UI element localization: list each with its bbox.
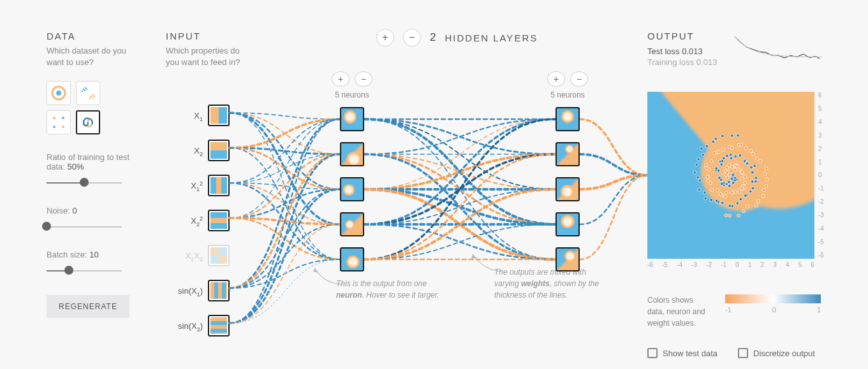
feature-toggle-x2sq[interactable] — [208, 210, 230, 231]
svg-point-77 — [697, 157, 700, 161]
svg-point-2 — [83, 89, 85, 90]
svg-point-25 — [732, 181, 735, 184]
neuron-l1-1[interactable] — [340, 142, 364, 166]
svg-point-42 — [721, 160, 724, 163]
svg-point-123 — [707, 180, 710, 183]
output-heatmap[interactable] — [647, 92, 814, 259]
neuron-l1-0[interactable] — [340, 107, 364, 131]
axis-tick: 2 — [818, 145, 831, 152]
layer2-add-neuron-button[interactable]: + — [547, 71, 565, 87]
svg-point-80 — [705, 145, 709, 148]
svg-point-43 — [722, 157, 725, 160]
dataset-gauss[interactable] — [76, 81, 100, 105]
axis-tick: -1 — [721, 261, 726, 268]
svg-point-125 — [706, 175, 709, 178]
feature-label-x1: X1 — [194, 111, 203, 120]
layer1-add-neuron-button[interactable]: + — [332, 71, 349, 87]
data-section-subtitle: Which dataset do you want to use? — [47, 45, 136, 68]
svg-point-114 — [734, 191, 737, 194]
svg-point-58 — [751, 187, 754, 190]
svg-point-154 — [728, 214, 732, 217]
layer1-remove-neuron-button[interactable]: − — [355, 71, 372, 87]
show-test-data-checkbox[interactable]: Show test data — [647, 348, 717, 358]
feature-toggle-x1[interactable] — [208, 105, 230, 126]
dataset-spiral[interactable] — [76, 110, 100, 134]
neuron-l1-3[interactable] — [340, 212, 364, 236]
noise-slider[interactable] — [47, 222, 122, 232]
neuron-annotation: This is the output from one neuron. Hove… — [336, 278, 445, 301]
layer2-neuron-count: 5 neurons — [550, 90, 584, 99]
svg-point-117 — [724, 195, 727, 198]
svg-point-116 — [725, 191, 728, 194]
svg-point-133 — [722, 148, 725, 151]
batch-label: Batch size: — [47, 250, 87, 259]
neuron-l1-4[interactable] — [340, 247, 364, 271]
axis-tick: 5 — [818, 105, 831, 112]
svg-point-137 — [740, 143, 743, 146]
svg-point-71 — [703, 191, 707, 194]
svg-point-27 — [728, 184, 731, 187]
feature-toggle-sinx2[interactable] — [208, 315, 230, 336]
svg-point-135 — [730, 147, 733, 150]
svg-point-50 — [743, 159, 746, 163]
legend-text: Colors shows data, neuron and weight val… — [647, 294, 711, 329]
neuron-l2-0[interactable] — [555, 107, 580, 131]
neuron-l2-3[interactable] — [555, 212, 580, 236]
dataset-picker — [47, 81, 105, 134]
svg-point-106 — [740, 177, 744, 180]
output-axis-y: 6543210-1-2-3-4-5-6 — [818, 92, 831, 259]
feature-label-sinx1: sin(X1) — [178, 286, 203, 296]
feature-toggle-x1sq[interactable] — [208, 175, 230, 196]
svg-point-72 — [698, 188, 701, 191]
feature-toggle-x2[interactable] — [208, 140, 230, 161]
svg-point-57 — [751, 180, 754, 184]
output-axis-x: -6-5-4-3-2-10123456 — [647, 261, 814, 268]
svg-point-145 — [765, 178, 769, 181]
svg-point-141 — [756, 157, 759, 160]
dataset-xor[interactable] — [47, 110, 71, 134]
svg-point-7 — [91, 96, 92, 98]
feature-toggle-x1x2[interactable] — [208, 245, 230, 266]
svg-point-10 — [92, 97, 94, 99]
svg-point-138 — [744, 147, 747, 150]
svg-point-143 — [765, 167, 768, 170]
input-section-subtitle: Which properties do you want to feed in? — [166, 45, 255, 68]
axis-tick: -3 — [691, 261, 697, 268]
add-layer-button[interactable]: + — [376, 29, 394, 47]
regenerate-button[interactable]: REGENERATE — [47, 295, 129, 318]
neuron-l2-2[interactable] — [555, 177, 580, 201]
batch-slider[interactable] — [47, 266, 122, 276]
ratio-slider[interactable] — [47, 178, 122, 188]
test-loss-label: Test loss — [647, 47, 680, 56]
svg-point-132 — [717, 150, 720, 154]
svg-point-47 — [734, 155, 737, 158]
svg-point-3 — [85, 87, 87, 89]
svg-point-79 — [700, 147, 703, 150]
svg-point-120 — [716, 189, 719, 192]
discretize-output-checkbox[interactable]: Discretize output — [738, 348, 815, 358]
neuron-l2-1[interactable] — [555, 142, 580, 166]
hidden-layers-label: HIDDEN LAYERS — [445, 33, 538, 43]
svg-point-100 — [733, 168, 737, 171]
noise-label: Noise: — [47, 206, 70, 215]
svg-point-8 — [92, 94, 94, 96]
remove-layer-button[interactable]: − — [403, 29, 421, 47]
axis-tick: -5 — [662, 261, 668, 268]
svg-point-62 — [739, 198, 742, 201]
svg-point-121 — [710, 189, 714, 192]
checkbox-label: Show test data — [663, 349, 717, 358]
output-datapoints — [647, 92, 814, 259]
svg-point-155 — [725, 214, 728, 217]
svg-point-144 — [763, 172, 767, 175]
dataset-circle[interactable] — [47, 81, 71, 105]
svg-point-152 — [742, 210, 746, 213]
svg-point-119 — [719, 193, 723, 196]
svg-point-51 — [746, 162, 749, 165]
neuron-l2-4[interactable] — [555, 247, 580, 271]
svg-point-32 — [720, 182, 723, 185]
layer2-remove-neuron-button[interactable]: − — [570, 71, 588, 87]
svg-point-69 — [710, 198, 713, 201]
feature-toggle-sinx1[interactable] — [208, 280, 230, 301]
neuron-l1-2[interactable] — [340, 177, 364, 201]
svg-point-39 — [715, 167, 718, 170]
